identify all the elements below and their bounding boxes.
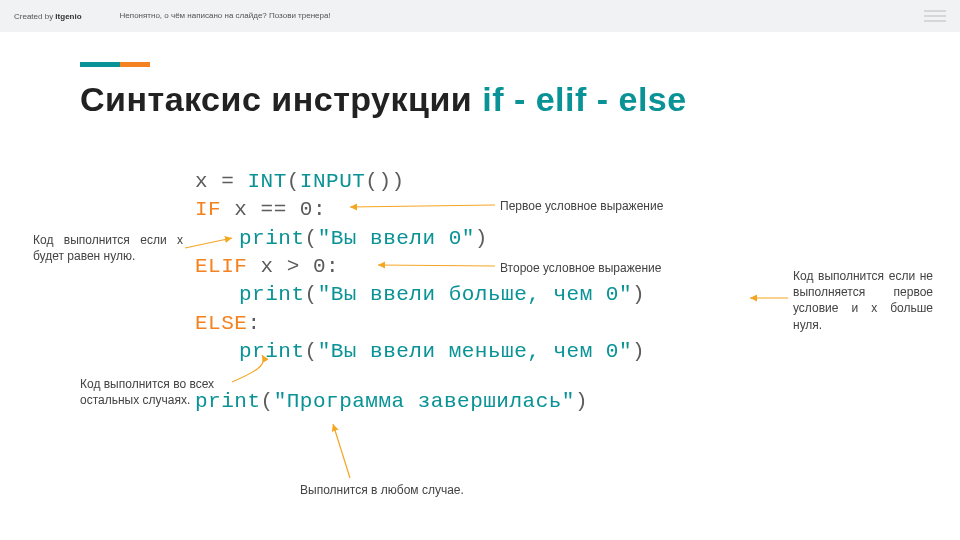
code-func-print: print <box>239 283 305 306</box>
code-paren: ( <box>305 340 318 363</box>
note-first-cond: Первое условное выражение <box>500 198 663 214</box>
title-prefix: Синтаксис инструкции <box>80 80 482 118</box>
code-string: "Вы ввели больше, чем 0" <box>318 283 632 306</box>
code-func-print: print <box>239 340 305 363</box>
note-always: Выполнится в любом случае. <box>300 482 464 498</box>
created-prefix: Created by <box>14 12 55 21</box>
code-func-input: input <box>300 170 366 193</box>
code-string: "Вы ввели 0" <box>318 227 475 250</box>
code-paren: ) <box>632 283 645 306</box>
accent-bar <box>80 62 150 67</box>
code-paren: ( <box>287 170 300 193</box>
note-elif: Код выполнится если не выполняется перво… <box>793 268 933 333</box>
topbar: Created by Itgenio Непонятно, о чём напи… <box>0 0 960 32</box>
menu-icon[interactable] <box>924 10 946 22</box>
code-paren: ( <box>261 390 274 413</box>
code-string: "Вы ввели меньше, чем 0" <box>318 340 632 363</box>
topbar-hint: Непонятно, о чём написано на слайде? Поз… <box>120 11 331 21</box>
note-else: Код выполнится во всех остальных случаях… <box>80 376 230 408</box>
code-paren: ( <box>305 283 318 306</box>
code-paren: ( <box>305 227 318 250</box>
code-line-1: x = int(input()) <box>195 168 645 196</box>
page-title: Синтаксис инструкции if - elif - else <box>80 80 860 119</box>
code-line-8: print("Программа завершилась") <box>195 388 645 416</box>
code-paren: ) <box>632 340 645 363</box>
code-line-6: else: <box>195 310 645 338</box>
note-zero: Код выполнится если x будет равен нулю. <box>33 232 183 264</box>
code-cond: x > 0: <box>247 255 339 278</box>
code-kw-elif: elif <box>195 255 247 278</box>
created-by: Created by Itgenio <box>14 12 82 21</box>
created-brand: Itgenio <box>55 12 81 21</box>
code-var: x <box>195 170 208 193</box>
code-line-3: print("Вы ввели 0") <box>195 225 645 253</box>
code-kw-else: else <box>195 312 247 335</box>
slide: Created by Itgenio Непонятно, о чём напи… <box>0 0 960 540</box>
code-func-print: print <box>239 227 305 250</box>
code-paren: ()) <box>365 170 404 193</box>
code-blank <box>195 366 645 388</box>
code-func-int: int <box>247 170 286 193</box>
code-paren: ) <box>475 227 488 250</box>
code-cond: x == 0: <box>221 198 326 221</box>
code-kw-if: if <box>195 198 221 221</box>
code-colon: : <box>247 312 260 335</box>
title-keyword: if - elif - else <box>482 80 687 118</box>
code-string: "Программа завершилась" <box>274 390 575 413</box>
code-line-7: print("Вы ввели меньше, чем 0") <box>195 338 645 366</box>
code-line-5: print("Вы ввели больше, чем 0") <box>195 281 645 309</box>
note-second-cond: Второе условное выражение <box>500 260 661 276</box>
code-paren: ) <box>575 390 588 413</box>
code-op: = <box>208 170 247 193</box>
svg-line-4 <box>333 424 350 478</box>
